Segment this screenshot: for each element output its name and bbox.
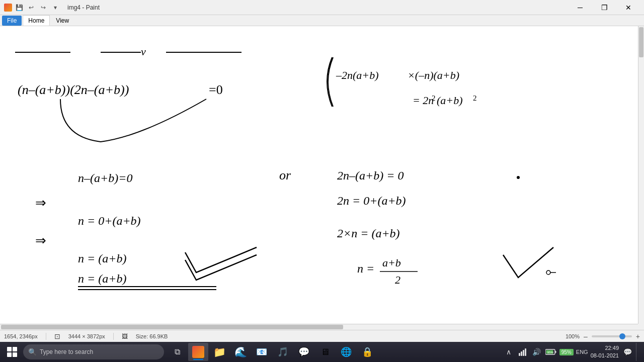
svg-text:a+b: a+b xyxy=(382,256,401,269)
title-bar-left: 💾 ↩ ↪ ▾ img4 - Paint xyxy=(4,3,100,13)
app10-taskbar-button[interactable]: 🔒 xyxy=(357,343,377,361)
redo-button[interactable]: ↪ xyxy=(38,3,48,13)
system-tray: ∧ 🔊 95% 95% ENG 22:49 xyxy=(503,343,642,361)
zoom-out-button[interactable]: – xyxy=(584,332,588,340)
close-button[interactable]: ✕ xyxy=(617,0,640,15)
status-bar: 1654, 2346px ⊡ 3444 × 3872px 🖼 Size: 66.… xyxy=(0,330,644,342)
network-icon[interactable] xyxy=(517,346,528,357)
start-button[interactable] xyxy=(2,343,22,361)
horizontal-scroll-thumb[interactable] xyxy=(1,325,343,329)
app-icon xyxy=(4,4,12,12)
battery-icon[interactable]: 95% xyxy=(545,346,556,357)
svg-point-17 xyxy=(517,176,520,179)
battery-percent: 95% xyxy=(559,349,574,355)
dimensions-display: 3444 × 3872px xyxy=(68,333,105,339)
logo-piece-br xyxy=(13,352,17,357)
svg-text:n = 0+(a+b): n = 0+(a+b) xyxy=(78,214,141,227)
svg-text:95%: 95% xyxy=(547,351,554,354)
clock-date: 08-01-2021 xyxy=(591,352,619,359)
svg-text:⇒: ⇒ xyxy=(35,233,46,248)
svg-text:2n–(a+b) = 0: 2n–(a+b) = 0 xyxy=(337,169,404,182)
taskbar: 🔍 Type here to search ⧉ 📁 🌊 📧 🎵 💬 xyxy=(0,342,644,362)
paint-taskbar-button[interactable] xyxy=(188,343,208,361)
app6-taskbar-button[interactable]: 🎵 xyxy=(273,343,293,361)
show-desktop-button[interactable] xyxy=(636,343,638,361)
svg-text:2: 2 xyxy=(395,274,400,286)
status-divider-1 xyxy=(46,333,46,340)
window-controls: ─ ❐ ✕ xyxy=(569,0,640,15)
maximize-button[interactable]: ❐ xyxy=(593,0,616,15)
filesize-icon: 🖼 xyxy=(122,333,128,340)
svg-text:n–(a+b)=0: n–(a+b)=0 xyxy=(78,171,132,185)
ribbon: File Home View xyxy=(0,15,644,26)
svg-text:n =: n = xyxy=(357,262,374,275)
canvas-inner[interactable]: v (n–(a+b))(2n–(a+b)) =0 n–(a+b)=0 ⇒ n =… xyxy=(0,26,638,324)
svg-text:= 2n: = 2n xyxy=(413,94,434,107)
svg-text:2n = 0+(a+b): 2n = 0+(a+b) xyxy=(337,194,406,207)
home-tab[interactable]: Home xyxy=(23,15,50,26)
svg-text:v: v xyxy=(141,45,146,58)
logo-piece-tr xyxy=(13,347,17,351)
logo-piece-tl xyxy=(7,347,12,351)
app9-taskbar-button[interactable]: 🌐 xyxy=(336,343,356,361)
canvas-container: v (n–(a+b))(2n–(a+b)) =0 n–(a+b)=0 ⇒ n =… xyxy=(0,26,644,330)
svg-rect-30 xyxy=(555,351,556,353)
svg-text:n = (a+b): n = (a+b) xyxy=(78,272,126,285)
svg-text:2: 2 xyxy=(432,94,436,102)
status-right: 100% – + xyxy=(566,332,640,340)
clock-time: 22:49 xyxy=(591,344,619,352)
volume-icon[interactable]: 🔊 xyxy=(531,346,542,357)
zoom-in-button[interactable]: + xyxy=(636,332,640,340)
svg-rect-27 xyxy=(523,350,524,356)
title-bar: 💾 ↩ ↪ ▾ img4 - Paint ─ ❐ ✕ xyxy=(0,0,644,15)
app5-taskbar-button[interactable]: 📧 xyxy=(252,343,272,361)
minimize-button[interactable]: ─ xyxy=(569,0,592,15)
windows-logo xyxy=(7,347,17,357)
system-clock[interactable]: 22:49 08-01-2021 xyxy=(591,344,619,360)
save-button[interactable]: 💾 xyxy=(14,3,24,13)
filesize-display: Size: 66.9KB xyxy=(136,333,168,339)
svg-text:(a+b): (a+b) xyxy=(437,94,463,107)
svg-text:–2n(a+b): –2n(a+b) xyxy=(336,69,379,81)
coordinates-display: 1654, 2346px xyxy=(4,333,38,339)
logo-piece-bl xyxy=(7,352,12,357)
app8-taskbar-button[interactable]: 🖥 xyxy=(315,343,335,361)
svg-point-23 xyxy=(546,270,550,275)
scrollbar-corner xyxy=(638,324,644,330)
undo-button[interactable]: ↩ xyxy=(26,3,36,13)
svg-text:×(–n)(a+b): ×(–n)(a+b) xyxy=(408,69,459,81)
taskbar-search[interactable]: 🔍 Type here to search xyxy=(23,344,164,359)
up-arrow-tray[interactable]: ∧ xyxy=(503,346,514,357)
svg-text:(n–(a+b))(2n–(a+b)): (n–(a+b))(2n–(a+b)) xyxy=(18,82,129,97)
svg-text:2×n = (a+b): 2×n = (a+b) xyxy=(337,227,400,240)
svg-rect-28 xyxy=(525,348,526,356)
horizontal-scrollbar[interactable] xyxy=(0,324,638,330)
ime-icon[interactable]: ENG xyxy=(577,346,588,357)
taskbar-apps: ⧉ 📁 🌊 📧 🎵 💬 🖥 🌐 🔒 xyxy=(167,343,377,361)
svg-text:or: or xyxy=(279,168,291,183)
window-title: img4 - Paint xyxy=(67,4,100,11)
svg-rect-25 xyxy=(519,353,520,356)
edge-taskbar-button[interactable]: 🌊 xyxy=(230,343,251,361)
zoom-slider[interactable] xyxy=(592,335,632,337)
app7-taskbar-button[interactable]: 💬 xyxy=(294,343,314,361)
vertical-scroll-thumb[interactable] xyxy=(639,27,643,57)
view-tab[interactable]: View xyxy=(51,16,74,26)
zoom-level: 100% xyxy=(566,333,580,339)
zoom-thumb[interactable] xyxy=(619,333,625,339)
svg-text:⇒: ⇒ xyxy=(35,196,46,210)
svg-text:=0: =0 xyxy=(209,82,223,97)
status-divider-2 xyxy=(113,333,114,340)
math-canvas: v (n–(a+b))(2n–(a+b)) =0 n–(a+b)=0 ⇒ n =… xyxy=(0,26,638,324)
search-placeholder: Type here to search xyxy=(40,348,93,355)
resize-icon: ⊡ xyxy=(54,332,60,340)
file-tab[interactable]: File xyxy=(2,16,22,26)
explorer-taskbar-button[interactable]: 📁 xyxy=(209,343,229,361)
svg-text:2: 2 xyxy=(473,94,477,102)
svg-text:n = (a+b): n = (a+b) xyxy=(78,252,126,265)
svg-rect-26 xyxy=(521,351,522,356)
notification-button[interactable]: 💬 xyxy=(622,346,633,357)
vertical-scrollbar[interactable] xyxy=(638,26,644,324)
taskview-button[interactable]: ⧉ xyxy=(167,343,187,361)
qa-dropdown[interactable]: ▾ xyxy=(50,3,60,13)
